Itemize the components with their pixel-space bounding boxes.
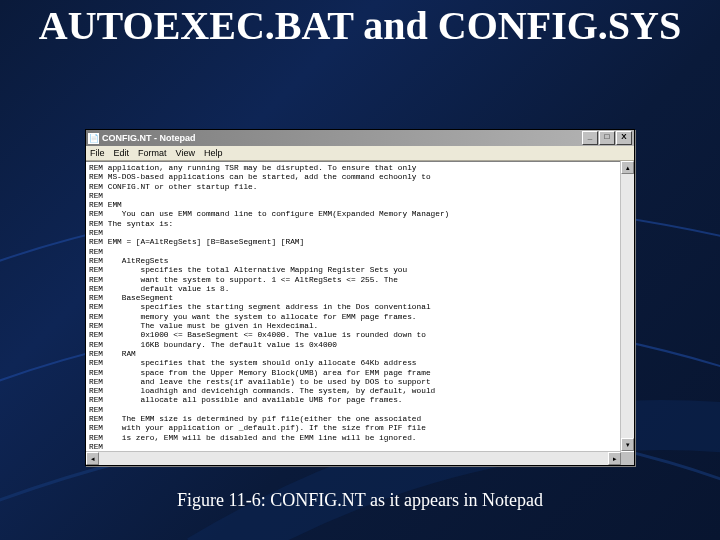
- notepad-window: 📄 CONFIG.NT - Notepad _ □ X File Edit Fo…: [85, 129, 635, 466]
- scroll-left-icon[interactable]: ◂: [86, 452, 99, 465]
- scroll-right-icon[interactable]: ▸: [608, 452, 621, 465]
- menu-file[interactable]: File: [90, 148, 105, 158]
- menu-format[interactable]: Format: [138, 148, 167, 158]
- slide-title: AUTOEXEC.BAT and CONFIG.SYS: [0, 4, 720, 48]
- menu-view[interactable]: View: [176, 148, 195, 158]
- window-titlebar[interactable]: 📄 CONFIG.NT - Notepad _ □ X: [86, 130, 634, 146]
- menu-bar: File Edit Format View Help: [86, 146, 634, 161]
- vertical-scrollbar[interactable]: ▴ ▾: [620, 161, 634, 451]
- text-area[interactable]: REM application, any running TSR may be …: [86, 161, 634, 465]
- window-title: CONFIG.NT - Notepad: [102, 133, 196, 143]
- slide: AUTOEXEC.BAT and CONFIG.SYS 📄 CONFIG.NT …: [0, 0, 720, 540]
- notepad-icon: 📄: [88, 133, 99, 144]
- menu-help[interactable]: Help: [204, 148, 223, 158]
- close-button[interactable]: X: [616, 131, 632, 145]
- file-content[interactable]: REM application, any running TSR may be …: [86, 162, 634, 465]
- minimize-button[interactable]: _: [582, 131, 598, 145]
- maximize-button[interactable]: □: [599, 131, 615, 145]
- horizontal-scrollbar[interactable]: ◂ ▸: [86, 451, 621, 465]
- scroll-down-icon[interactable]: ▾: [621, 438, 634, 451]
- resize-grip[interactable]: [621, 452, 634, 465]
- figure-caption: Figure 11-6: CONFIG.NT as it appears in …: [0, 490, 720, 511]
- scroll-up-icon[interactable]: ▴: [621, 161, 634, 174]
- menu-edit[interactable]: Edit: [114, 148, 130, 158]
